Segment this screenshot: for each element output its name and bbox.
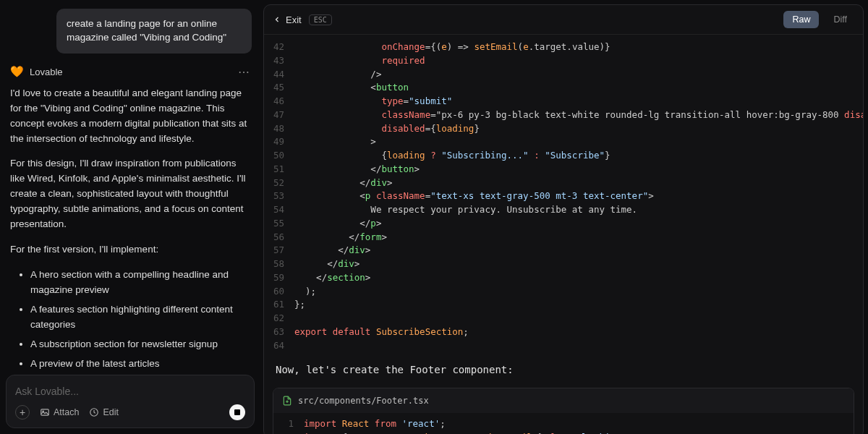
code-line: 60 ); bbox=[264, 285, 863, 299]
file-add-icon bbox=[282, 396, 292, 406]
code-line: 43 required bbox=[264, 54, 863, 68]
attach-button[interactable]: Attach bbox=[40, 407, 79, 417]
code-line: 50 {loading ? "Subscribing..." : "Subscr… bbox=[264, 149, 863, 163]
code-line: 56 </form> bbox=[264, 231, 863, 244]
heart-icon: 🧡 bbox=[10, 65, 24, 78]
file-header: src/components/Footer.tsx bbox=[273, 388, 854, 413]
code-line: 63export default SubscribeSection; bbox=[264, 326, 863, 339]
add-button[interactable]: + bbox=[15, 405, 30, 420]
assistant-para: I'd love to create a beautiful and elega… bbox=[10, 86, 250, 147]
code-line: 53 <p className="text-xs text-gray-500 m… bbox=[264, 190, 863, 203]
code-line: 64 bbox=[264, 339, 863, 353]
code-line: 44 /> bbox=[264, 68, 863, 82]
list-item: A hero section with a compelling headlin… bbox=[30, 268, 250, 298]
user-prompt: create a landing page for an online maga… bbox=[56, 9, 252, 54]
code-line: 48 disabled={loading} bbox=[264, 122, 863, 136]
list-item: A features section highlighting differen… bbox=[30, 302, 250, 333]
chat-input-area: + Attach Edit bbox=[6, 375, 255, 428]
code-line: 54 We respect your privacy. Unsubscribe … bbox=[264, 203, 863, 217]
code-line: 61}; bbox=[264, 298, 863, 312]
esc-badge: ESC bbox=[309, 14, 332, 25]
code-line: 52 </div> bbox=[264, 176, 863, 190]
code-line: 49 > bbox=[264, 135, 863, 149]
code-line: 57 </div> bbox=[264, 244, 863, 258]
chevron-left-icon bbox=[273, 15, 281, 24]
code-line: 2import { Instagram, Twitter, Youtube, M… bbox=[273, 431, 854, 434]
file-block: src/components/Footer.tsx 1import React … bbox=[273, 388, 854, 434]
edit-label: Edit bbox=[103, 407, 119, 417]
assistant-response: I'd love to create a beautiful and elega… bbox=[6, 86, 255, 369]
file-path: src/components/Footer.tsx bbox=[298, 394, 429, 407]
assistant-header: 🧡 Lovable ⋯ bbox=[6, 62, 255, 86]
list-item: A preview of the latest articles bbox=[30, 357, 250, 369]
code-line: 59 </section> bbox=[264, 271, 863, 285]
code-line: 42 onChange={(e) => setEmail(e.target.va… bbox=[264, 41, 863, 54]
code-line: 51 </button> bbox=[264, 163, 863, 176]
diff-tab[interactable]: Diff bbox=[826, 11, 854, 28]
interstitial-text: Now, let's create the Footer component: bbox=[264, 352, 863, 388]
attach-label: Attach bbox=[54, 407, 79, 417]
code-line: 62 bbox=[264, 312, 863, 326]
code-line: 55 </p> bbox=[264, 217, 863, 231]
code-line: 1import React from 'react'; bbox=[273, 417, 854, 431]
code-viewer[interactable]: 42 onChange={(e) => setEmail(e.target.va… bbox=[264, 35, 863, 434]
assistant-para: For the first version, I'll implement: bbox=[10, 242, 250, 258]
exit-label: Exit bbox=[286, 14, 302, 25]
raw-tab[interactable]: Raw bbox=[783, 11, 819, 28]
editor-header: Exit ESC Raw Diff bbox=[264, 5, 863, 35]
exit-button[interactable]: Exit bbox=[273, 14, 302, 25]
more-menu-icon[interactable]: ⋯ bbox=[238, 65, 250, 79]
assistant-bullet-list: A hero section with a compelling headlin… bbox=[10, 268, 250, 369]
stop-button[interactable] bbox=[229, 404, 245, 420]
code-line: 46 type="submit" bbox=[264, 95, 863, 109]
edit-icon bbox=[89, 407, 99, 417]
chat-input[interactable] bbox=[15, 383, 245, 404]
list-item: A subscription section for newsletter si… bbox=[30, 337, 250, 352]
assistant-para: For this design, I'll draw inspiration f… bbox=[10, 156, 250, 232]
edit-button[interactable]: Edit bbox=[89, 407, 119, 417]
assistant-name-label: Lovable bbox=[30, 67, 63, 77]
attach-icon bbox=[40, 407, 50, 417]
code-line: 47 className="px-6 py-3 bg-black text-wh… bbox=[264, 109, 863, 122]
code-line: 58 </div> bbox=[264, 258, 863, 271]
code-line: 45 <button bbox=[264, 81, 863, 95]
